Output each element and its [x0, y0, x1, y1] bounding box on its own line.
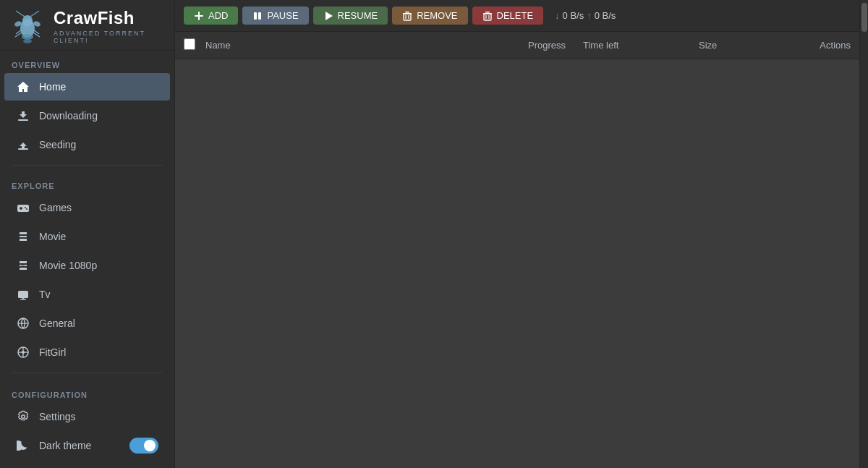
explore-label: Explore — [0, 171, 174, 193]
sidebar-item-settings-label: Settings — [39, 411, 76, 422]
toggle-slider — [129, 438, 158, 454]
tv-icon — [16, 287, 30, 302]
resume-button[interactable]: RESUME — [313, 7, 388, 25]
add-icon — [194, 11, 204, 21]
svg-line-5 — [30, 11, 39, 17]
remove-button-label: REMOVE — [417, 10, 457, 21]
column-actions: Actions — [786, 40, 851, 51]
svg-rect-16 — [20, 208, 22, 209]
svg-rect-22 — [17, 234, 29, 236]
svg-rect-51 — [484, 14, 491, 20]
svg-rect-20 — [17, 232, 20, 241]
sidebar-divider-1 — [12, 165, 163, 166]
pause-button[interactable]: PAUSE — [242, 7, 308, 25]
sidebar-item-home-label: Home — [39, 81, 66, 93]
toolbar: ADD PAUSE RESUME REMOVE — [175, 0, 859, 32]
svg-rect-21 — [27, 232, 29, 241]
sidebar-item-settings[interactable]: Settings — [4, 403, 170, 430]
sidebar-item-fitgirl[interactable]: FitGirl — [4, 339, 170, 366]
fitgirl-icon — [16, 345, 30, 359]
delete-button-label: DELETE — [497, 10, 534, 21]
right-scrollbar[interactable] — [859, 0, 868, 468]
column-timeleft: Time left — [583, 40, 699, 51]
svg-rect-45 — [405, 12, 409, 13]
sidebar-item-darktheme[interactable]: Dark theme — [4, 431, 170, 460]
movie-icon — [16, 229, 30, 244]
logo-icon — [9, 8, 46, 46]
table-header: Name Progress Time left Size Actions — [175, 32, 859, 59]
svg-rect-40 — [195, 15, 203, 17]
select-all-checkbox-container[interactable] — [184, 38, 205, 53]
movie-hd-icon: HD — [16, 258, 30, 273]
select-all-checkbox[interactable] — [184, 38, 195, 50]
speed-up-icon: ↑ — [587, 10, 592, 21]
svg-point-7 — [23, 39, 32, 43]
scrollbar-thumb[interactable] — [861, 3, 867, 32]
resume-button-label: RESUME — [338, 10, 378, 21]
column-progress: Progress — [511, 40, 583, 51]
logo-area: CrawFish ADVANCED TORRENT CLIENT! — [0, 0, 174, 51]
speed-down-icon: ↓ — [555, 10, 560, 21]
sidebar-item-general-label: General — [39, 318, 75, 329]
delete-icon — [482, 11, 493, 21]
sidebar-item-general[interactable]: General — [4, 310, 170, 337]
settings-icon — [16, 409, 30, 424]
general-icon — [16, 316, 30, 331]
svg-rect-41 — [254, 12, 257, 20]
remove-icon — [402, 11, 412, 21]
sidebar-item-movie1080p-label: Movie 1080p — [39, 260, 97, 271]
speed-up-value: 0 B/s — [595, 10, 616, 21]
svg-line-11 — [33, 33, 40, 37]
logo-text-block: CrawFish ADVANCED TORRENT CLIENT! — [54, 9, 166, 43]
moon-icon — [16, 438, 30, 453]
configuration-label: Configuration — [0, 380, 174, 402]
resume-icon — [323, 11, 333, 21]
svg-point-17 — [25, 207, 26, 208]
app-subtitle: ADVANCED TORRENT CLIENT! — [54, 30, 166, 44]
svg-rect-14 — [17, 205, 29, 212]
svg-rect-46 — [404, 14, 411, 20]
remove-button[interactable]: REMOVE — [392, 7, 467, 25]
sidebar-item-movie[interactable]: Movie — [4, 223, 170, 250]
download-icon — [16, 109, 30, 123]
svg-rect-26 — [27, 261, 29, 270]
svg-rect-50 — [485, 12, 490, 13]
svg-rect-30 — [18, 291, 28, 298]
games-icon — [16, 200, 30, 215]
svg-line-4 — [16, 11, 25, 17]
svg-rect-25 — [17, 261, 20, 270]
column-size: Size — [699, 40, 786, 51]
main-content: ADD PAUSE RESUME REMOVE — [175, 0, 859, 468]
sidebar-item-movie1080p[interactable]: HD Movie 1080p — [4, 252, 170, 279]
dark-theme-toggle[interactable] — [129, 438, 158, 454]
sidebar-item-tv-label: Tv — [39, 289, 51, 300]
add-button[interactable]: ADD — [184, 7, 238, 25]
sidebar-item-fitgirl-label: FitGirl — [39, 346, 66, 358]
svg-rect-13 — [18, 148, 28, 150]
svg-rect-42 — [258, 12, 261, 20]
speed-indicator: ↓ 0 B/s ↑ 0 B/s — [555, 10, 616, 21]
add-button-label: ADD — [208, 10, 228, 21]
svg-point-6 — [22, 34, 33, 40]
sidebar-item-home[interactable]: Home — [4, 73, 170, 101]
sidebar-item-seeding[interactable]: Seeding — [4, 131, 170, 158]
overview-label: Overview — [0, 51, 174, 72]
svg-point-18 — [26, 208, 27, 210]
svg-rect-32 — [22, 298, 24, 299]
sidebar-item-downloading[interactable]: Downloading — [4, 102, 170, 129]
column-name: Name — [205, 40, 511, 51]
sidebar: CrawFish ADVANCED TORRENT CLIENT! Overvi… — [0, 0, 175, 468]
upload-icon — [16, 137, 30, 152]
pause-icon — [252, 11, 263, 21]
svg-rect-23 — [17, 237, 29, 239]
sidebar-item-games-label: Games — [39, 202, 72, 213]
sidebar-item-tv[interactable]: Tv — [4, 281, 170, 308]
svg-rect-12 — [18, 119, 28, 121]
svg-line-9 — [15, 33, 22, 37]
pause-button-label: PAUSE — [267, 10, 298, 21]
delete-button[interactable]: DELETE — [472, 7, 544, 25]
speed-down-value: 0 B/s — [563, 10, 584, 21]
sidebar-item-games[interactable]: Games — [4, 194, 170, 221]
sidebar-item-seeding-label: Seeding — [39, 139, 76, 150]
home-icon — [16, 80, 30, 94]
